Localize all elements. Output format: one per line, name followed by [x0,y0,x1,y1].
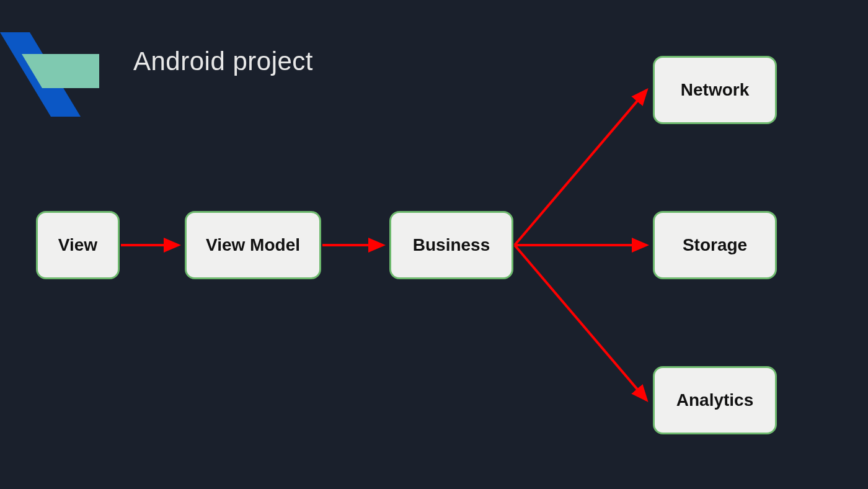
node-label: Storage [683,235,747,255]
node-storage: Storage [653,211,777,279]
node-label: Analytics [676,390,754,410]
node-network: Network [653,56,777,124]
arrow-business-to-network [515,90,647,245]
node-analytics: Analytics [653,366,777,434]
node-label: Business [413,235,490,255]
node-label: Network [681,80,749,100]
svg-marker-0 [0,32,81,117]
node-label: View Model [206,235,300,255]
node-viewmodel: View Model [185,211,321,279]
corner-accent-icon [0,0,124,124]
diagram-title: Android project [133,47,313,76]
node-view: View [36,211,120,279]
svg-marker-1 [22,54,99,88]
node-business: Business [389,211,513,279]
node-label: View [58,235,97,255]
arrow-business-to-analytics [515,245,647,400]
diagram-canvas: Android project View View Model Business… [0,0,868,489]
